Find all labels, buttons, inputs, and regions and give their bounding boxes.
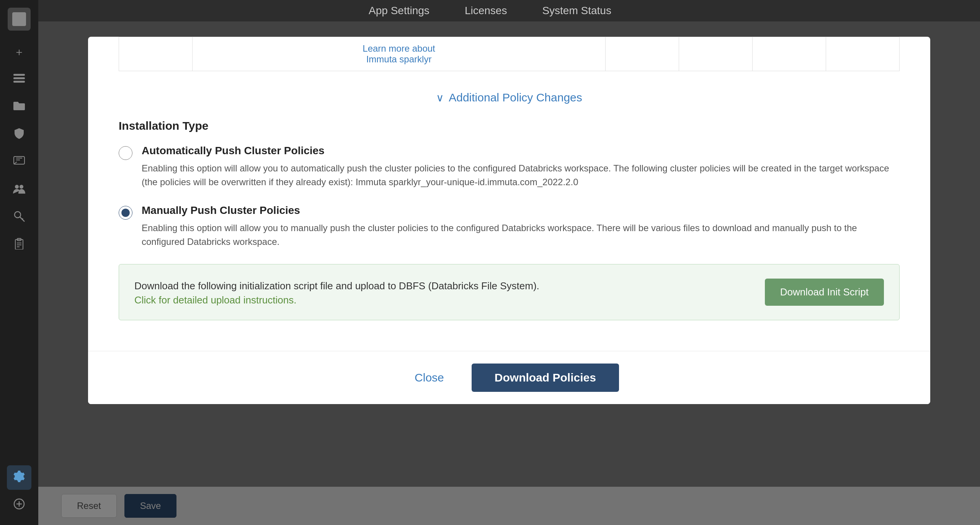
additional-policy-label: Additional Policy Changes xyxy=(449,91,582,104)
table-cell-6 xyxy=(826,37,900,71)
sparklyr-link[interactable]: Learn more aboutImmuta sparklyr xyxy=(363,43,435,64)
radio-manual-label: Manually Push Cluster Policies xyxy=(142,204,900,217)
nav-licenses[interactable]: Licenses xyxy=(459,2,513,20)
sidebar-logo[interactable] xyxy=(8,8,31,31)
modal-scroll-area[interactable]: Learn more aboutImmuta sparklyr ∨ Additi… xyxy=(88,37,930,351)
svg-point-6 xyxy=(15,212,21,218)
svg-rect-2 xyxy=(13,81,25,83)
svg-point-5 xyxy=(20,185,23,189)
gear-icon xyxy=(13,471,25,485)
table-cell-2[interactable]: Learn more aboutImmuta sparklyr xyxy=(192,37,605,71)
shield-icon xyxy=(14,128,24,142)
key-icon xyxy=(13,210,25,225)
download-policies-button[interactable]: Download Policies xyxy=(472,364,619,392)
table-cell-5 xyxy=(753,37,826,71)
sidebar-item-key[interactable] xyxy=(7,205,31,230)
svg-rect-1 xyxy=(13,77,25,79)
radio-auto[interactable] xyxy=(119,146,132,160)
sidebar-item-folder[interactable] xyxy=(7,95,31,119)
sidebar-item-clipboard[interactable] xyxy=(7,233,31,257)
sidebar-item-layers[interactable] xyxy=(7,67,31,92)
table-row: Learn more aboutImmuta sparklyr xyxy=(119,37,900,71)
radio-auto-label: Automatically Push Cluster Policies xyxy=(142,145,900,157)
nav-app-settings[interactable]: App Settings xyxy=(363,2,436,20)
modal-overlay: Learn more aboutImmuta sparklyr ∨ Additi… xyxy=(38,21,980,525)
policy-table: Learn more aboutImmuta sparklyr xyxy=(119,37,900,71)
sidebar-item-circle-plus[interactable] xyxy=(7,493,31,517)
layers-icon xyxy=(13,73,25,86)
init-script-info-box: Download the following initialization sc… xyxy=(119,264,900,320)
logo-icon xyxy=(12,12,26,26)
chevron-down-icon: ∨ xyxy=(436,91,444,104)
table-cell-1 xyxy=(119,37,193,71)
message-icon xyxy=(13,156,25,169)
plus-icon: ＋ xyxy=(14,45,24,59)
modal-footer: Close Download Policies xyxy=(88,351,930,404)
sidebar-item-shield[interactable] xyxy=(7,122,31,147)
nav-system-status[interactable]: System Status xyxy=(536,2,617,20)
radio-option-manual: Manually Push Cluster Policies Enabling … xyxy=(119,204,900,249)
additional-policy-toggle[interactable]: ∨ Additional Policy Changes xyxy=(119,83,900,119)
sidebar-item-plus[interactable]: ＋ xyxy=(7,40,31,64)
table-cell-4 xyxy=(679,37,753,71)
sidebar-bottom xyxy=(7,465,31,517)
clipboard-icon xyxy=(15,238,24,252)
svg-point-4 xyxy=(15,185,19,189)
installation-type-title: Installation Type xyxy=(119,119,900,132)
sidebar-item-message[interactable] xyxy=(7,150,31,174)
radio-manual[interactable] xyxy=(119,206,132,220)
radio-auto-content: Automatically Push Cluster Policies Enab… xyxy=(142,145,900,189)
sidebar: ＋ xyxy=(0,0,38,525)
info-box-content: Download the following initialization sc… xyxy=(134,278,539,306)
sidebar-item-gear[interactable] xyxy=(7,465,31,490)
svg-rect-0 xyxy=(13,74,25,76)
download-init-script-button[interactable]: Download Init Script xyxy=(765,279,884,306)
table-cell-3 xyxy=(606,37,679,71)
radio-auto-desc: Enabling this option will allow you to a… xyxy=(142,161,900,189)
circle-plus-icon xyxy=(13,498,25,512)
modal-dialog: Learn more aboutImmuta sparklyr ∨ Additi… xyxy=(88,37,930,404)
sidebar-item-users[interactable] xyxy=(7,178,31,202)
upload-instructions-link[interactable]: Click for detailed upload instructions. xyxy=(134,294,296,306)
radio-manual-desc: Enabling this option will allow you to m… xyxy=(142,221,900,249)
close-button[interactable]: Close xyxy=(399,365,459,390)
info-box-main-text: Download the following initialization sc… xyxy=(134,278,539,294)
radio-manual-content: Manually Push Cluster Policies Enabling … xyxy=(142,204,900,249)
folder-icon xyxy=(13,101,25,114)
radio-option-auto: Automatically Push Cluster Policies Enab… xyxy=(119,145,900,189)
users-icon xyxy=(13,184,25,196)
top-nav: App Settings Licenses System Status xyxy=(0,0,980,21)
